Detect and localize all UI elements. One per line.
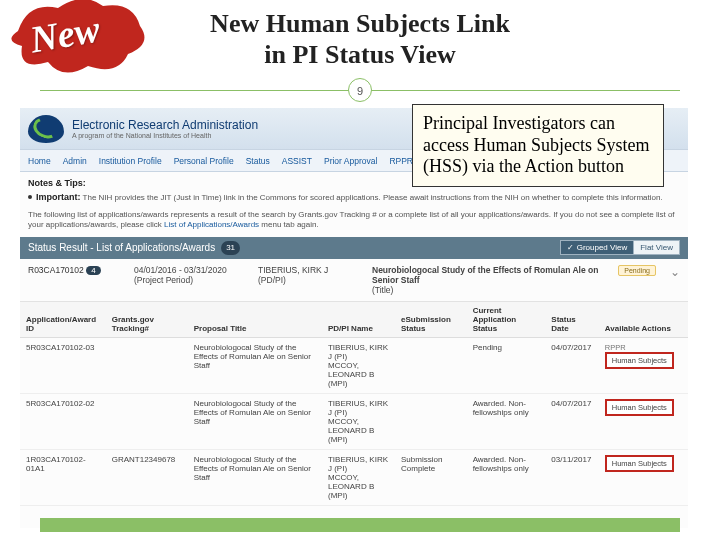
status-bar: Status Result - List of Applications/Awa… bbox=[20, 237, 688, 259]
chevron-down-icon[interactable]: ⌄ bbox=[670, 265, 680, 279]
following-text: The following list of applications/award… bbox=[20, 210, 688, 237]
cell-ptitle: Neurobiologocal Study of the Effects of … bbox=[188, 449, 322, 505]
summary-title-note: (Title) bbox=[372, 285, 604, 295]
summary-pi: TIBERIUS, KIRK J bbox=[258, 265, 358, 275]
title-line-2: in PI Status View bbox=[264, 40, 455, 69]
callout-box: Principal Investigators can access Human… bbox=[412, 104, 664, 187]
cell-curr: Pending bbox=[467, 337, 546, 393]
cell-pdpi: TIBERIUS, KIRK J (PI)MCCOY, LEONARD B (M… bbox=[322, 449, 395, 505]
status-count-badge: 31 bbox=[221, 241, 240, 255]
th-grants: Grants.gov Tracking# bbox=[106, 302, 188, 338]
bullet-icon bbox=[28, 195, 32, 199]
table-row: 5R03CA170102-03Neurobiologocal Study of … bbox=[20, 337, 688, 393]
table-row: 1R03CA170102-01A1GRANT12349678Neurobiolo… bbox=[20, 449, 688, 505]
cell-ptitle: Neurobiologocal Study of the Effects of … bbox=[188, 393, 322, 449]
divider-rule: 9 bbox=[40, 78, 680, 102]
th-sdate: Status Date bbox=[545, 302, 598, 338]
era-title: Electronic Research Administration bbox=[72, 118, 258, 132]
tab-institution-profile[interactable]: Institution Profile bbox=[99, 156, 162, 166]
cell-ptitle: Neurobiologocal Study of the Effects of … bbox=[188, 337, 322, 393]
cell-actions: Human Subjects bbox=[599, 449, 688, 505]
cell-appid: 5R03CA170102-03 bbox=[20, 337, 106, 393]
cell-actions: RPPR Human Subjects bbox=[599, 337, 688, 393]
th-actions: Available Actions bbox=[599, 302, 688, 338]
tab-assist[interactable]: ASSIST bbox=[282, 156, 312, 166]
applications-table: Application/Award ID Grants.gov Tracking… bbox=[20, 302, 688, 506]
cell-pdpi: TIBERIUS, KIRK J (PI)MCCOY, LEONARD B (M… bbox=[322, 337, 395, 393]
bottom-accent-bar bbox=[40, 518, 680, 532]
flat-view-button[interactable]: Flat View bbox=[634, 240, 680, 255]
th-esub: eSubmission Status bbox=[395, 302, 467, 338]
cell-esub bbox=[395, 337, 467, 393]
grouped-view-button[interactable]: ✓Grouped View bbox=[560, 240, 635, 255]
view-toggle: ✓Grouped View Flat View bbox=[560, 240, 680, 255]
th-pdpi: PD/PI Name bbox=[322, 302, 395, 338]
era-logo-icon bbox=[28, 115, 64, 143]
tab-status[interactable]: Status bbox=[246, 156, 270, 166]
summary-count-badge: 4 bbox=[86, 266, 100, 275]
cell-sdate: 03/11/2017 bbox=[545, 449, 598, 505]
tab-rppr[interactable]: RPPR bbox=[389, 156, 413, 166]
status-title: Status Result - List of Applications/Awa… bbox=[28, 242, 215, 253]
cell-appid: 1R03CA170102-01A1 bbox=[20, 449, 106, 505]
cell-actions: Human Subjects bbox=[599, 393, 688, 449]
new-stamp: New bbox=[8, 0, 148, 80]
cell-sdate: 04/07/2017 bbox=[545, 393, 598, 449]
cell-curr: Awarded. Non-fellowships only bbox=[467, 449, 546, 505]
human-subjects-button[interactable]: Human Subjects bbox=[605, 455, 674, 472]
notes-heading: Notes & Tips: bbox=[28, 178, 86, 188]
era-subtitle: A program of the National Institutes of … bbox=[72, 132, 258, 139]
list-apps-link[interactable]: List of Applications/Awards bbox=[164, 220, 259, 229]
important-label: Important: bbox=[36, 192, 81, 202]
cell-esub: Submission Complete bbox=[395, 449, 467, 505]
th-curr: Current Application Status bbox=[467, 302, 546, 338]
era-logo bbox=[28, 115, 64, 143]
tab-prior-approval[interactable]: Prior Approval bbox=[324, 156, 377, 166]
th-ptitle: Proposal Title bbox=[188, 302, 322, 338]
cell-grants bbox=[106, 393, 188, 449]
rppr-link[interactable]: RPPR bbox=[605, 343, 626, 352]
tab-admin[interactable]: Admin bbox=[63, 156, 87, 166]
tab-personal-profile[interactable]: Personal Profile bbox=[174, 156, 234, 166]
cell-esub bbox=[395, 393, 467, 449]
cell-curr: Awarded. Non-fellowships only bbox=[467, 393, 546, 449]
summary-row: R03CA170102 4 04/01/2016 - 03/31/2020 (P… bbox=[20, 259, 688, 302]
check-icon: ✓ bbox=[567, 243, 574, 252]
table-row: 5R03CA170102-02Neurobiologocal Study of … bbox=[20, 393, 688, 449]
cell-grants bbox=[106, 337, 188, 393]
summary-title: Neurobiologocal Study of the Effects of … bbox=[372, 265, 604, 285]
summary-role: (PD/PI) bbox=[258, 275, 358, 285]
th-appid: Application/Award ID bbox=[20, 302, 106, 338]
title-line-1: New Human Subjects Link bbox=[210, 9, 510, 38]
important-text: The NIH provides the JIT (Just in Time) … bbox=[83, 193, 663, 202]
human-subjects-button[interactable]: Human Subjects bbox=[605, 352, 674, 369]
summary-appid: R03CA170102 bbox=[28, 265, 84, 275]
page-number: 9 bbox=[348, 78, 372, 102]
cell-pdpi: TIBERIUS, KIRK J (PI)MCCOY, LEONARD B (M… bbox=[322, 393, 395, 449]
tab-home[interactable]: Home bbox=[28, 156, 51, 166]
pending-badge: Pending bbox=[618, 265, 656, 276]
cell-grants: GRANT12349678 bbox=[106, 449, 188, 505]
human-subjects-button[interactable]: Human Subjects bbox=[605, 399, 674, 416]
cell-sdate: 04/07/2017 bbox=[545, 337, 598, 393]
summary-dates: 04/01/2016 - 03/31/2020 (Project Period) bbox=[134, 265, 244, 285]
cell-appid: 5R03CA170102-02 bbox=[20, 393, 106, 449]
